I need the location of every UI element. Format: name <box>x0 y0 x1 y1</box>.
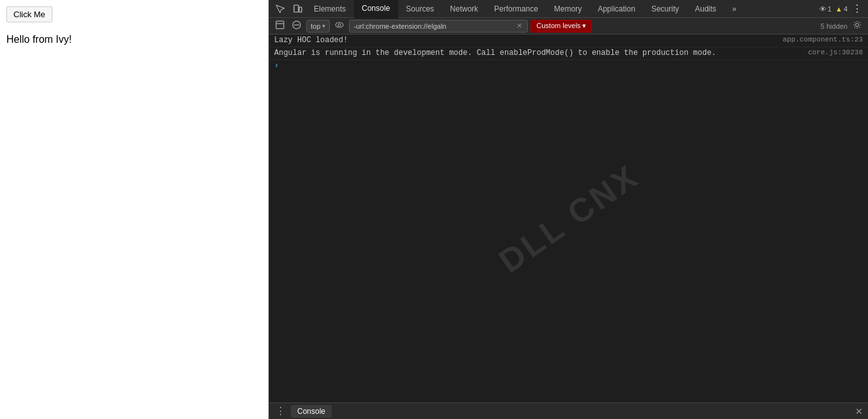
tab-elements[interactable]: Elements <box>306 0 354 19</box>
svg-point-6 <box>336 22 343 27</box>
devtools-bottom-bar: ⋮ Console ✕ <box>269 402 868 419</box>
clear-console-icon[interactable] <box>290 19 304 33</box>
devtools-right-icons: 👁 1 ▲ 4 ⋮ <box>819 1 865 16</box>
bottom-menu-icon[interactable]: ⋮ <box>274 405 287 417</box>
eye-filter-icon[interactable] <box>332 19 346 33</box>
hello-message: Hello from Ivy! <box>6 34 262 45</box>
devtools-toolbar: Elements Console Sources Network Perform… <box>269 0 868 18</box>
close-drawer-icon[interactable]: ✕ <box>855 406 863 416</box>
eye-count: 👁 1 <box>819 5 832 13</box>
page-content: Click Me Hello from Ivy! <box>0 0 268 419</box>
tab-overflow[interactable]: » <box>725 0 745 19</box>
svg-rect-0 <box>294 5 298 12</box>
custom-levels-button[interactable]: Custom levels ▾ <box>531 20 592 33</box>
filter-clear-icon[interactable]: ✕ <box>515 22 523 30</box>
console-settings-icon[interactable] <box>850 19 864 33</box>
filter-input[interactable] <box>353 22 515 30</box>
console-message-2: Angular is running in the development mo… <box>269 47 868 60</box>
hidden-count: 5 hidden <box>821 22 848 30</box>
svg-rect-1 <box>299 7 302 12</box>
inspect-icon[interactable] <box>272 3 288 15</box>
more-options-icon[interactable]: ⋮ <box>849 1 865 16</box>
tab-console[interactable]: Console <box>354 0 398 19</box>
bottom-console-tab[interactable]: Console <box>291 405 332 418</box>
tab-security[interactable]: Security <box>644 0 687 19</box>
tab-network[interactable]: Network <box>442 0 486 19</box>
tab-performance[interactable]: Performance <box>486 0 546 19</box>
tab-memory[interactable]: Memory <box>546 0 590 19</box>
console-message-1: Lazy HOC loaded! app.component.ts:23 <box>269 34 868 47</box>
context-selector[interactable]: top ▾ <box>306 20 330 33</box>
device-toolbar-icon[interactable] <box>290 3 306 15</box>
devtools-panel: Elements Console Sources Network Perform… <box>268 0 868 419</box>
tab-sources[interactable]: Sources <box>398 0 442 19</box>
tab-audits[interactable]: Audits <box>687 0 724 19</box>
svg-point-7 <box>338 24 341 26</box>
svg-rect-2 <box>276 21 284 29</box>
console-toolbar: top ▾ ✕ Custom levels ▾ 5 <box>269 18 868 34</box>
expand-icon[interactable] <box>273 19 287 33</box>
console-prompt[interactable]: › <box>269 60 868 72</box>
click-me-button[interactable]: Click Me <box>6 6 52 22</box>
filter-input-wrapper[interactable]: ✕ <box>349 20 528 33</box>
watermark: DLL CNX <box>492 156 646 280</box>
prompt-arrow-icon: › <box>274 61 279 70</box>
console-messages-area: DLL CNX Lazy HOC loaded! app.component.t… <box>269 34 868 402</box>
console-input[interactable] <box>283 61 863 70</box>
warning-count: ▲ 4 <box>835 5 848 13</box>
svg-point-8 <box>856 24 859 27</box>
tab-application[interactable]: Application <box>590 0 644 19</box>
